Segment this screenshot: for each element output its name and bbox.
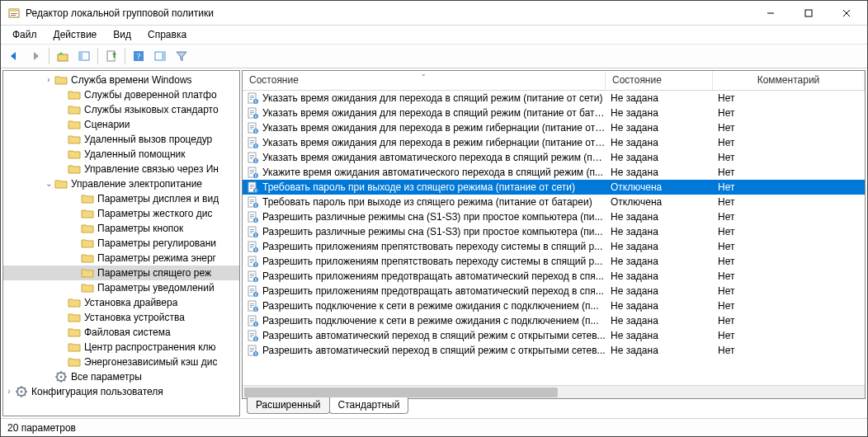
policy-row[interactable]: Указать время ожидания для перехода в сп… bbox=[243, 106, 865, 120]
tree-item[interactable]: Энергонезависимый кэш дис bbox=[3, 355, 239, 369]
policy-state: Не задана bbox=[606, 226, 713, 237]
policy-name: Указать время ожидания для перехода в ре… bbox=[262, 137, 606, 148]
tree-item[interactable]: Параметры режима энерг bbox=[3, 251, 239, 265]
tree-item[interactable]: Центр распространения клю bbox=[3, 340, 239, 355]
tree-item[interactable]: Удаленный вызов процедур bbox=[3, 132, 239, 147]
svg-point-73 bbox=[253, 203, 258, 208]
policy-row[interactable]: Разрешить приложениям предотвращать авто… bbox=[243, 284, 865, 298]
tree-item-label: Центр распространения клю bbox=[84, 341, 216, 353]
svg-rect-105 bbox=[250, 274, 254, 275]
policy-row[interactable]: Указать время ожидания для перехода в сп… bbox=[243, 91, 865, 106]
back-button[interactable] bbox=[4, 46, 24, 66]
policy-row[interactable]: Указать время ожидания для перехода в ре… bbox=[243, 135, 865, 150]
content-area: Служба времени WindowsСлужбы доверенной … bbox=[1, 68, 867, 418]
show-hide-tree-button[interactable] bbox=[74, 46, 94, 66]
tree-item[interactable]: Параметры регулировани bbox=[3, 236, 239, 251]
tree-item[interactable]: Конфигурация пользователя bbox=[3, 384, 239, 399]
tree-item-label: Управление связью через Ин bbox=[84, 163, 219, 175]
filter-button[interactable] bbox=[172, 46, 191, 66]
horizontal-scrollbar[interactable] bbox=[243, 385, 865, 398]
column-state[interactable]: Состояние bbox=[606, 71, 713, 90]
svg-rect-23 bbox=[250, 99, 252, 100]
svg-point-59 bbox=[253, 173, 258, 178]
policy-row[interactable]: Разрешить различные режимы сна (S1-S3) п… bbox=[243, 224, 865, 239]
policy-state: Не задана bbox=[606, 107, 713, 119]
bottom-tabs: Расширенный Стандартный bbox=[242, 398, 866, 416]
sort-indicator-icon: ⌄ bbox=[421, 70, 427, 78]
svg-point-24 bbox=[253, 99, 258, 104]
tree-item[interactable]: Управление связью через Ин bbox=[3, 162, 239, 176]
menu-file[interactable]: Файл bbox=[4, 27, 45, 42]
svg-point-129 bbox=[253, 322, 258, 327]
menu-help[interactable]: Справка bbox=[139, 27, 195, 42]
caret-icon[interactable] bbox=[43, 76, 54, 84]
svg-rect-138 bbox=[255, 340, 257, 341]
svg-rect-92 bbox=[250, 246, 254, 247]
tree-item-label: Энергонезависимый кэш дис bbox=[84, 356, 217, 368]
tree-item[interactable]: Удаленный помощник bbox=[3, 147, 239, 162]
caret-icon[interactable] bbox=[43, 180, 54, 188]
folder-icon bbox=[68, 148, 81, 161]
svg-rect-29 bbox=[250, 112, 254, 113]
policy-row[interactable]: Разрешить автоматический переход в спящи… bbox=[243, 343, 865, 358]
folder-icon bbox=[68, 355, 81, 369]
tree-item[interactable]: Параметры спящего реж bbox=[3, 265, 239, 280]
tree-item-label: Все параметры bbox=[71, 371, 142, 383]
svg-rect-10 bbox=[79, 52, 83, 60]
tree-item-label: Параметры спящего реж bbox=[97, 267, 211, 279]
tree-item[interactable]: Служба времени Windows bbox=[3, 73, 239, 87]
tree-item[interactable]: Установка драйвера bbox=[3, 295, 239, 310]
tree-item[interactable]: Службы доверенной платфо bbox=[3, 87, 239, 102]
column-comment[interactable]: Комментарий bbox=[713, 71, 865, 90]
tree-item[interactable]: Параметры кнопок bbox=[3, 221, 239, 236]
policy-comment: Нет bbox=[713, 270, 865, 282]
help-button[interactable]: ? bbox=[129, 46, 149, 66]
policy-row[interactable]: Разрешить приложениям предотвращать авто… bbox=[243, 269, 865, 284]
forward-button[interactable] bbox=[26, 46, 45, 66]
column-name[interactable]: Состояние ⌄ bbox=[243, 71, 606, 90]
policy-icon bbox=[246, 344, 259, 357]
tree-item[interactable]: Параметры дисплея и вид bbox=[3, 191, 239, 206]
policy-row[interactable]: Разрешить различные режимы сна (S1-S3) п… bbox=[243, 209, 865, 224]
svg-rect-144 bbox=[255, 353, 257, 354]
policy-row[interactable]: Указать время ожидания для перехода в ре… bbox=[243, 120, 865, 135]
close-button[interactable] bbox=[828, 1, 866, 26]
menu-action[interactable]: Действие bbox=[45, 27, 106, 42]
caret-icon[interactable] bbox=[3, 388, 15, 396]
tree-item[interactable]: Службы языковых стандарто bbox=[3, 102, 239, 117]
policy-row[interactable]: Требовать пароль при выходе из спящего р… bbox=[243, 195, 865, 209]
policy-row[interactable]: Разрешить приложениям препятствовать пер… bbox=[243, 239, 865, 254]
tree-scroll[interactable]: Служба времени WindowsСлужбы доверенной … bbox=[3, 71, 239, 416]
menu-view[interactable]: Вид bbox=[105, 27, 139, 42]
svg-rect-39 bbox=[255, 130, 257, 131]
up-button[interactable] bbox=[53, 46, 73, 66]
tree-item[interactable]: Параметры жесткого дис bbox=[3, 206, 239, 221]
tab-standard[interactable]: Стандартный bbox=[329, 397, 409, 414]
policy-row[interactable]: Укажите время ожидания автоматического п… bbox=[243, 165, 865, 180]
policy-row[interactable]: Разрешить подключение к сети в режиме ож… bbox=[243, 313, 865, 328]
export-list-button[interactable] bbox=[101, 46, 121, 66]
folder-icon bbox=[81, 207, 94, 220]
policy-row[interactable]: Разрешить подключение к сети в режиме ож… bbox=[243, 298, 865, 313]
svg-rect-112 bbox=[250, 289, 254, 289]
policy-comment: Нет bbox=[713, 92, 865, 104]
minimize-button[interactable] bbox=[752, 1, 790, 26]
tree-item[interactable]: Параметры уведомлений bbox=[3, 280, 239, 295]
show-hide-actions-button[interactable] bbox=[150, 46, 170, 66]
policy-row[interactable]: Требовать пароль при выходе из спящего р… bbox=[243, 180, 865, 195]
tree-item[interactable]: Управление электропитание bbox=[3, 176, 239, 191]
tree-item[interactable]: Файловая система bbox=[3, 325, 239, 340]
policy-row[interactable]: Разрешить автоматический переход в спящи… bbox=[243, 328, 865, 343]
grid-body[interactable]: Указать время ожидания для перехода в сп… bbox=[243, 91, 865, 385]
svg-rect-67 bbox=[255, 190, 257, 190]
svg-rect-93 bbox=[250, 247, 252, 248]
maximize-button[interactable] bbox=[790, 1, 828, 26]
tree-item[interactable]: Сценарии bbox=[3, 117, 239, 132]
tab-extended[interactable]: Расширенный bbox=[247, 397, 330, 414]
toolbar: ? bbox=[1, 44, 867, 68]
policy-row[interactable]: Разрешить приложениям препятствовать пер… bbox=[243, 254, 865, 269]
policy-name: Указать время ожидания для перехода в ре… bbox=[262, 122, 606, 134]
tree-item[interactable]: Установка устройства bbox=[3, 310, 239, 325]
tree-item[interactable]: Все параметры bbox=[3, 369, 239, 384]
policy-row[interactable]: Указать время ожидания автоматического п… bbox=[243, 150, 865, 165]
